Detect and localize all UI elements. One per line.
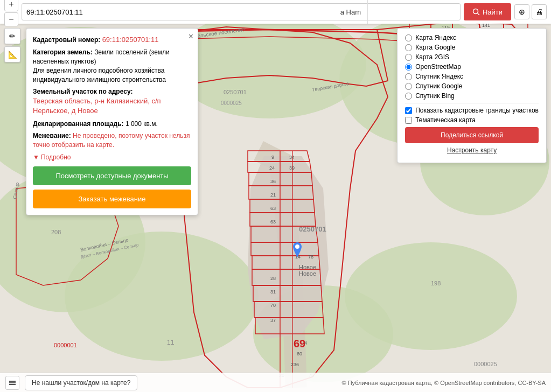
search-input[interactable] xyxy=(22,3,461,20)
svg-point-6 xyxy=(65,232,259,361)
layer-yandex-map[interactable]: Карта Яндекс xyxy=(405,34,539,41)
address-link[interactable]: Тверская область, р-н Калязинский, с/п Н… xyxy=(33,97,161,115)
svg-point-2 xyxy=(172,11,366,118)
svg-point-57 xyxy=(473,9,478,14)
svg-text:76: 76 xyxy=(308,254,313,260)
top-bar-icons: ⊕ 🖨 xyxy=(514,4,547,19)
radio-osm-map[interactable] xyxy=(405,64,412,71)
area-value: 1 000 кв.м. xyxy=(125,120,158,128)
svg-text:0250701: 0250701 xyxy=(299,225,326,233)
cadastral-number-link[interactable]: 69:11:0250701:11 xyxy=(102,36,159,44)
svg-text:4: 4 xyxy=(304,340,307,346)
svg-text:236: 236 xyxy=(291,362,299,367)
cadastral-number-label: Кадастровый номер: xyxy=(33,36,100,44)
svg-text:39: 39 xyxy=(289,165,295,171)
svg-text:Новое: Новое xyxy=(299,270,316,277)
layer-toggle-button[interactable] xyxy=(5,376,19,390)
order-survey-button[interactable]: Заказать межевание xyxy=(33,190,191,208)
radio-google-map[interactable] xyxy=(405,44,412,51)
panel-close-button[interactable]: × xyxy=(189,32,193,41)
zoom-controls: + − xyxy=(4,0,18,26)
not-found-message: Не нашли участок/дом на карте? xyxy=(25,375,137,390)
label-bing-sat[interactable]: Спутник Bing xyxy=(415,92,455,100)
svg-text:208: 208 xyxy=(51,229,61,235)
layer-osm-map[interactable]: OpenStreetMap xyxy=(405,63,539,71)
category-row: Категория земель: Земли поселений (земли… xyxy=(33,48,191,84)
layer-google-map[interactable]: Карта Google xyxy=(405,44,539,51)
category-label: Категория земель: xyxy=(33,48,93,56)
zoom-out-button[interactable]: − xyxy=(4,12,18,26)
layer-2gis-map[interactable]: Карта 2GIS xyxy=(405,53,539,61)
svg-line-58 xyxy=(477,13,479,16)
area-row: Декларированная площадь: 1 000 кв.м. xyxy=(33,120,191,129)
svg-text:24: 24 xyxy=(269,165,275,171)
layer-bing-sat[interactable]: Спутник Bing xyxy=(405,92,539,100)
label-google-map[interactable]: Карта Google xyxy=(415,44,455,51)
svg-text:34: 34 xyxy=(289,155,295,160)
address-label: Земельный участок по адресу: xyxy=(33,88,132,95)
svg-text:0000001: 0000001 xyxy=(54,342,77,348)
info-panel: × Кадастровый номер: 69:11:0250701:11 Ка… xyxy=(26,28,198,215)
svg-text:11: 11 xyxy=(167,339,175,346)
bottom-bar: Не нашли участок/дом на карте? © Публичн… xyxy=(0,373,551,392)
svg-text:31: 31 xyxy=(270,289,276,295)
measure-tool-button[interactable]: 📐 xyxy=(4,46,20,62)
print-button[interactable]: 🖨 xyxy=(532,4,547,19)
layer-cadastral-borders[interactable]: Показать кадастровые границы участков xyxy=(405,107,539,114)
category-extra: Для ведения личного подсобного хозяйства… xyxy=(33,67,166,83)
svg-text:198: 198 xyxy=(431,280,441,286)
svg-text:70: 70 xyxy=(270,303,276,308)
settings-map-button[interactable]: Настроить карту xyxy=(405,143,539,157)
label-yandex-map[interactable]: Карта Яндекс xyxy=(415,34,456,41)
svg-text:69: 69 xyxy=(294,338,305,349)
chevron-down-icon: ▼ xyxy=(33,153,39,161)
survey-row: Межевание: Не проведено, поэтому участок… xyxy=(33,131,191,150)
checkbox-theme-map[interactable] xyxy=(405,117,412,124)
survey-label: Межевание: xyxy=(33,132,71,139)
copyright-text: © Публичная кадастровая карта, © OpenStr… xyxy=(341,380,546,386)
svg-rect-59 xyxy=(9,381,16,382)
label-theme-map[interactable]: Тематическая карта xyxy=(415,116,476,124)
label-yandex-sat[interactable]: Спутник Яндекс xyxy=(415,73,463,80)
share-link-button[interactable]: Поделиться ссылкой xyxy=(405,127,539,143)
layer-google-sat[interactable]: Спутник Google xyxy=(405,82,539,90)
cadastral-number-row: Кадастровый номер: 69:11:0250701:11 xyxy=(33,35,191,45)
details-link[interactable]: ▼ Подробно xyxy=(33,153,71,161)
radio-2gis-map[interactable] xyxy=(405,54,412,61)
svg-rect-60 xyxy=(9,382,16,383)
svg-text:9: 9 xyxy=(271,155,274,160)
label-2gis-map[interactable]: Карта 2GIS xyxy=(415,53,449,61)
search-icon xyxy=(472,8,480,16)
svg-point-56 xyxy=(295,244,299,249)
svg-text:36: 36 xyxy=(270,179,276,184)
layer-theme-map[interactable]: Тематическая карта xyxy=(405,116,539,124)
zoom-in-button[interactable]: + xyxy=(4,0,18,11)
view-docs-button[interactable]: Посмотреть доступные документы xyxy=(33,166,191,185)
radio-google-sat[interactable] xyxy=(405,83,412,90)
svg-text:60: 60 xyxy=(297,351,302,356)
search-button[interactable]: Найти xyxy=(464,3,511,20)
area-label: Декларированная площадь: xyxy=(33,120,124,128)
svg-text:0250701: 0250701 xyxy=(224,89,247,95)
tab-label: a Ham xyxy=(334,0,368,24)
layer-panel: Карта Яндекс Карта Google Карта 2GIS Ope… xyxy=(397,28,547,163)
svg-text:28: 28 xyxy=(270,276,276,281)
draw-tool-button[interactable]: ✏ xyxy=(4,28,20,44)
radio-bing-sat[interactable] xyxy=(405,93,412,100)
svg-text:63: 63 xyxy=(270,206,276,211)
address-row: Земельный участок по адресу: Тверская об… xyxy=(33,87,191,116)
svg-text:0000025: 0000025 xyxy=(221,100,242,106)
radio-yandex-sat[interactable] xyxy=(405,73,412,80)
label-osm-map[interactable]: OpenStreetMap xyxy=(415,63,461,71)
checkbox-cadastral-borders[interactable] xyxy=(405,107,412,114)
layer-yandex-sat[interactable]: Спутник Яндекс xyxy=(405,73,539,80)
locate-button[interactable]: ⊕ xyxy=(514,4,529,19)
left-tools: ✏ 📐 xyxy=(4,28,20,62)
map-marker xyxy=(291,242,304,258)
label-google-sat[interactable]: Спутник Google xyxy=(415,82,462,90)
layer-divider xyxy=(405,103,539,103)
label-cadastral-borders[interactable]: Показать кадастровые границы участков xyxy=(415,107,539,114)
svg-text:Новое: Новое xyxy=(299,264,316,270)
svg-text:37: 37 xyxy=(270,318,276,323)
radio-yandex-map[interactable] xyxy=(405,34,412,41)
